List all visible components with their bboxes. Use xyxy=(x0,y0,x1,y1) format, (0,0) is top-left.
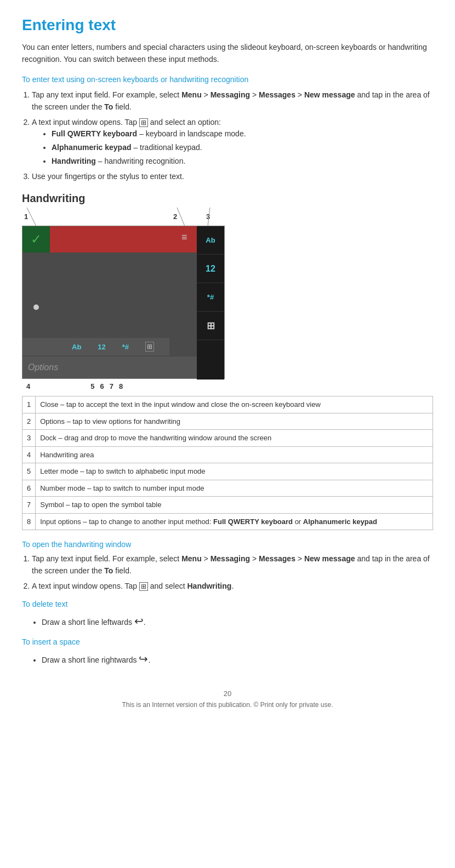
options-icon: ≡ xyxy=(181,232,187,243)
hw-dot xyxy=(33,304,39,310)
delete-text-section: To delete text Draw a short line leftwar… xyxy=(22,600,433,630)
bottom-labels: 4 5 6 7 8 xyxy=(22,382,225,390)
label-4: 4 xyxy=(26,382,30,390)
page-title: Entering text xyxy=(22,16,433,34)
hw-side-panel: Ab 12 *# ⊞ xyxy=(197,226,224,380)
delete-item: Draw a short line leftwards ↩. xyxy=(42,613,433,630)
insert-space-title: To insert a space xyxy=(22,637,433,646)
table-row: 2 Options – tap to view options for hand… xyxy=(22,413,433,430)
row-num-6: 6 xyxy=(22,480,36,497)
label-6: 6 xyxy=(100,382,104,390)
letter-mode-btn: Ab xyxy=(72,343,81,351)
table-row: 1 Close – tap to accept the text in the … xyxy=(22,396,433,413)
step-2: A text input window opens. Tap ⊞ and sel… xyxy=(32,117,433,168)
row-desc-7: Symbol – tap to open the symbol table xyxy=(36,497,433,514)
steps-list: Tap any text input field. For example, s… xyxy=(32,89,433,182)
hw-options-bar: Options Ab 12 *# ⊞ xyxy=(22,357,197,378)
hw-close-btn: ✓ xyxy=(22,226,50,252)
row-desc-8: Input options – tap to change to another… xyxy=(36,513,433,530)
table-row: 5 Letter mode – tap to switch to alphabe… xyxy=(22,463,433,480)
label-5: 5 xyxy=(90,382,94,390)
row-desc-1: Close – tap to accept the text in the in… xyxy=(36,396,433,413)
delete-text-title: To delete text xyxy=(22,600,433,608)
label-7: 7 xyxy=(110,382,113,390)
option-handwriting: Handwriting – handwriting recognition. xyxy=(52,156,433,168)
delete-bullets: Draw a short line leftwards ↩. xyxy=(42,613,433,630)
hw-bottom-btns: Ab 12 *# ⊞ xyxy=(22,338,169,355)
row-num-4: 4 xyxy=(22,446,36,463)
label-1-top: 1 xyxy=(24,212,28,221)
side-12-btn: 12 xyxy=(197,255,224,283)
label-8: 8 xyxy=(119,382,123,390)
row-num-3: 3 xyxy=(22,430,36,447)
table-row: 8 Input options – tap to change to anoth… xyxy=(22,513,433,530)
open-hw-steps: Tap any text input field. For example, s… xyxy=(32,553,433,592)
side-ab-btn: Ab xyxy=(197,226,224,255)
option-alphanum: Alphanumeric keypad – traditional keypad… xyxy=(52,142,433,154)
row-desc-3: Dock – drag and drop to move the handwri… xyxy=(36,430,433,447)
open-step-1: Tap any text input field. For example, s… xyxy=(32,553,433,577)
step-1: Tap any text input field. For example, s… xyxy=(32,89,433,113)
number-mode-btn: 12 xyxy=(98,343,105,351)
handwriting-diagram: 1 2 3 ✓ ≡ ✛ Options Ab 12 *# xyxy=(22,212,247,390)
intro-paragraph: You can enter letters, numbers and speci… xyxy=(22,42,433,65)
left-arrow-icon: ↩ xyxy=(134,615,144,627)
option-qwerty: Full QWERTY keyboard – keyboard in lands… xyxy=(52,128,433,140)
space-bullets: Draw a short line rightwards ↪. xyxy=(42,651,433,668)
symbol-btn: *# xyxy=(122,343,129,351)
row-num-8: 8 xyxy=(22,513,36,530)
row-desc-4: Handwriting area xyxy=(36,446,433,463)
row-num-1: 1 xyxy=(22,396,36,413)
side-grid-btn: ⊞ xyxy=(197,312,224,340)
hw-window: ✓ ≡ ✛ Options Ab 12 *# ⊞ xyxy=(22,226,225,379)
reference-table: 1 Close – tap to accept the text in the … xyxy=(22,396,433,530)
footer: 20 This is an Internet version of this p… xyxy=(22,689,433,709)
row-desc-6: Number mode – tap to switch to number in… xyxy=(36,480,433,497)
open-step-2: A text input window opens. Tap ⊞ and sel… xyxy=(32,580,433,593)
insert-space-section: To insert a space Draw a short line righ… xyxy=(22,637,433,668)
hw-topbar: ✓ ≡ ✛ xyxy=(22,226,224,252)
options-list: Full QWERTY keyboard – keyboard in lands… xyxy=(52,128,433,167)
right-arrow-icon: ↪ xyxy=(139,653,148,665)
label-3-top: 3 xyxy=(206,212,210,221)
row-num-7: 7 xyxy=(22,497,36,514)
side-hash-btn: *# xyxy=(197,283,224,312)
table-row: 4 Handwriting area xyxy=(22,446,433,463)
row-desc-5: Letter mode – tap to switch to alphabeti… xyxy=(36,463,433,480)
row-num-5: 5 xyxy=(22,463,36,480)
table-row: 6 Number mode – tap to switch to number … xyxy=(22,480,433,497)
step-3: Use your fingertips or the stylus to ent… xyxy=(32,171,433,183)
input-options-btn: ⊞ xyxy=(145,342,154,352)
open-hw-title: To open the handwriting window xyxy=(22,540,433,549)
row-desc-2: Options – tap to view options for handwr… xyxy=(36,413,433,430)
hw-options-text: Options xyxy=(28,363,58,372)
page-number: 20 xyxy=(22,689,433,698)
open-hw-section: To open the handwriting window Tap any t… xyxy=(22,540,433,592)
space-item: Draw a short line rightwards ↪. xyxy=(42,651,433,668)
section1-title: To enter text using on-screen keyboards … xyxy=(22,75,433,84)
table-row: 7 Symbol – tap to open the symbol table xyxy=(22,497,433,514)
footer-note: This is an Internet version of this publ… xyxy=(22,701,433,709)
row-num-2: 2 xyxy=(22,413,36,430)
label-2-top: 2 xyxy=(173,212,177,221)
table-row: 3 Dock – drag and drop to move the handw… xyxy=(22,430,433,447)
handwriting-title: Handwriting xyxy=(22,192,433,205)
